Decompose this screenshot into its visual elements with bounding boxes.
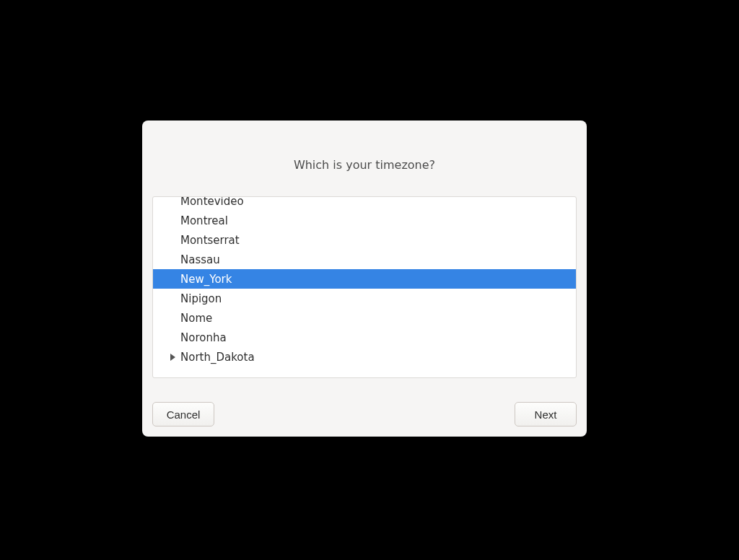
list-item[interactable]: Nassau [153,250,576,269]
list-item-label: Nipigon [180,292,222,305]
list-item-label: Montreal [180,214,228,227]
list-item[interactable]: Nome [153,308,576,328]
timezone-list[interactable]: Montevideo Montreal Montserrat Nassau Ne… [152,196,577,378]
next-button[interactable]: Next [515,402,577,426]
list-item[interactable]: Noronha [153,328,576,347]
list-item-label: Nassau [180,253,220,266]
chevron-right-icon[interactable] [165,354,180,361]
dialog-title: Which is your timezone? [152,158,577,172]
dialog-button-row: Cancel Next [152,392,577,426]
list-item-label: New_York [180,273,232,286]
list-item[interactable]: Montevideo [153,196,576,211]
list-item-label: North_Dakota [180,351,255,364]
list-item[interactable]: Montserrat [153,230,576,250]
list-item-label: Montserrat [180,234,240,247]
list-item[interactable]: Nipigon [153,289,576,308]
list-item-label: Montevideo [180,196,244,208]
timezone-list-inner: Montevideo Montreal Montserrat Nassau Ne… [153,196,576,367]
timezone-dialog: Which is your timezone? Montevideo Montr… [142,121,587,437]
list-item-expandable[interactable]: North_Dakota [153,347,576,367]
cancel-button[interactable]: Cancel [152,402,214,426]
list-item-label: Noronha [180,331,227,344]
list-item-selected[interactable]: New_York [153,269,576,289]
list-item[interactable]: Montreal [153,211,576,230]
list-item-label: Nome [180,312,212,325]
